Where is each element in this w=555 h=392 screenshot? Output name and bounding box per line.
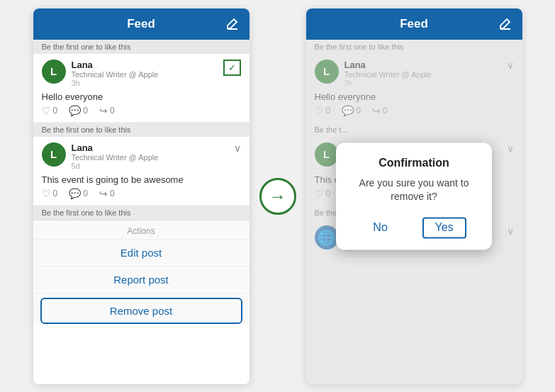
right-ash-avatar: 🌐 xyxy=(315,225,339,250)
post-item-2: L Lana Technical Writer @ Apple 5d ∨ Thi… xyxy=(33,137,250,206)
confirmation-dialog: Confirmation Are you sure you want to re… xyxy=(336,142,492,250)
comment-icon-2: 💬 xyxy=(69,188,81,199)
report-post-button[interactable]: Report post xyxy=(33,267,250,293)
arrow-container: → xyxy=(250,178,306,215)
like-action-1[interactable]: ♡ 0 xyxy=(42,105,58,116)
right-comment-icon-1: 💬 xyxy=(342,105,354,116)
actions-sheet: Actions Edit post Report post Remove pos… xyxy=(33,220,250,324)
dialog-title: Confirmation xyxy=(350,157,478,169)
post-item-1: L Lana Technical Writer @ Apple 3h ✓ Hel… xyxy=(33,54,250,123)
like-bar-1: Be the first one to like this xyxy=(33,40,250,54)
right-chevron-1[interactable]: ∨ xyxy=(507,60,514,71)
right-heart-icon-1: ♡ xyxy=(315,105,324,116)
comment-icon-1: 💬 xyxy=(69,105,81,116)
right-avatar-1: L xyxy=(315,60,339,84)
left-feed-title: Feed xyxy=(127,17,155,31)
share-icon-2: ↪ xyxy=(99,188,108,199)
right-post-time-1: 3h xyxy=(344,79,432,87)
right-like-2[interactable]: ♡ 0 xyxy=(315,188,331,199)
like-action-2[interactable]: ♡ 0 xyxy=(42,188,58,199)
right-post-text-1: Hello everyone xyxy=(315,91,514,102)
right-heart-icon-2: ♡ xyxy=(315,188,324,199)
right-like-bar-1: Be the first one to like this xyxy=(306,40,522,54)
dialog-no-button[interactable]: No xyxy=(361,218,398,237)
heart-icon-1: ♡ xyxy=(42,105,51,116)
arrow-icon: → xyxy=(269,186,286,206)
right-post-item-1: L Lana Technical Writer @ Apple 3h ∨ Hel… xyxy=(306,54,522,123)
right-share-icon-1: ↪ xyxy=(372,105,381,116)
post-header-2: L Lana Technical Writer @ Apple 5d ∨ xyxy=(42,142,241,170)
share-icon-1: ↪ xyxy=(99,105,108,116)
like-bar-3: Be the first one to like this xyxy=(33,206,250,220)
chevron-btn-2[interactable]: ∨ xyxy=(234,142,241,154)
right-app-header: Feed xyxy=(306,9,522,40)
post-header-1: L Lana Technical Writer @ Apple 3h ✓ xyxy=(42,60,241,87)
right-avatar-2: L xyxy=(315,142,339,167)
right-chevron-2[interactable]: ∨ xyxy=(507,142,514,154)
post-actions-row-1: ♡ 0 💬 0 ↪ 0 xyxy=(42,105,241,116)
post-user-info-2: L Lana Technical Writer @ Apple 5d xyxy=(42,142,159,170)
checkmark-btn-1[interactable]: ✓ xyxy=(223,60,241,76)
right-ash-chevron[interactable]: ∨ xyxy=(507,225,514,237)
user-name-2: Lana xyxy=(72,142,159,153)
right-user-title-1: Technical Writer @ Apple xyxy=(344,70,432,79)
post-text-2: This event is going to be awesome xyxy=(42,174,241,185)
post-user-info-1: L Lana Technical Writer @ Apple 3h xyxy=(42,60,159,87)
right-feed-title: Feed xyxy=(400,17,428,31)
right-post-actions-1: ♡ 0 💬 0 ↪ 0 xyxy=(315,105,514,116)
user-details-2: Lana Technical Writer @ Apple 5d xyxy=(72,142,159,170)
share-action-1[interactable]: ↪ 0 xyxy=(99,105,115,116)
comment-action-2[interactable]: 💬 0 xyxy=(69,188,88,199)
app-wrapper: Feed Be the first one to like this L Lan… xyxy=(0,0,555,392)
right-share-1[interactable]: ↪ 0 xyxy=(372,105,388,116)
globe-icon: 🌐 xyxy=(318,229,335,246)
comment-action-1[interactable]: 💬 0 xyxy=(69,105,88,116)
right-phone-panel: Feed Be the first one to like this L Lan… xyxy=(306,9,522,384)
heart-icon-2: ♡ xyxy=(42,188,51,199)
post-text-1: Hello everyone xyxy=(42,91,241,102)
right-comment-1[interactable]: 💬 0 xyxy=(342,105,361,116)
share-action-2[interactable]: ↪ 0 xyxy=(99,188,115,199)
arrow-circle: → xyxy=(259,178,296,215)
edit-icon[interactable] xyxy=(225,17,240,31)
left-app-header: Feed xyxy=(33,9,250,40)
right-edit-icon[interactable] xyxy=(498,17,512,31)
user-details-1: Lana Technical Writer @ Apple 3h xyxy=(72,60,159,87)
user-title-2: Technical Writer @ Apple xyxy=(72,153,159,162)
avatar-1: L xyxy=(42,60,66,84)
right-like-1[interactable]: ♡ 0 xyxy=(315,105,331,116)
right-post-header-1: L Lana Technical Writer @ Apple 3h ∨ xyxy=(315,60,514,87)
post-actions-row-2: ♡ 0 💬 0 ↪ 0 xyxy=(42,188,241,199)
edit-post-button[interactable]: Edit post xyxy=(33,240,250,267)
actions-header: Actions xyxy=(33,220,250,240)
post-time-2: 5d xyxy=(72,162,159,170)
remove-post-button[interactable]: Remove post xyxy=(40,298,242,324)
right-post-user-info-1: L Lana Technical Writer @ Apple 3h xyxy=(315,60,432,87)
left-feed-content: Be the first one to like this L Lana Tec… xyxy=(33,40,250,384)
user-title-1: Technical Writer @ Apple xyxy=(72,70,159,79)
dialog-buttons: No Yes xyxy=(350,217,478,238)
post-time-1: 3h xyxy=(72,79,159,87)
user-name-1: Lana xyxy=(72,60,159,70)
right-user-details-1: Lana Technical Writer @ Apple 3h xyxy=(344,60,432,87)
right-user-name-1: Lana xyxy=(344,60,432,70)
avatar-2: L xyxy=(42,142,66,167)
left-phone-panel: Feed Be the first one to like this L Lan… xyxy=(33,9,250,384)
right-like-bar-2: Be the t... xyxy=(306,123,522,137)
dialog-yes-button[interactable]: Yes xyxy=(422,217,466,238)
like-bar-2: Be the first one to like this xyxy=(33,123,250,137)
dialog-message: Are you sure you want to remove it? xyxy=(350,177,478,204)
